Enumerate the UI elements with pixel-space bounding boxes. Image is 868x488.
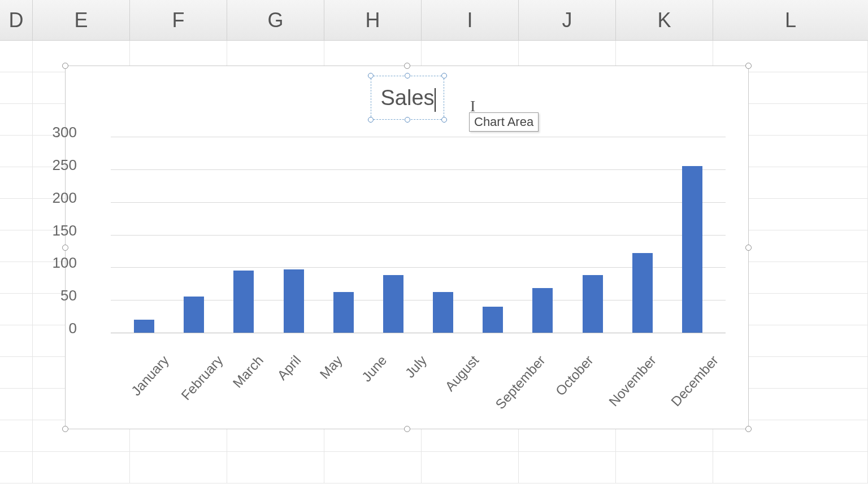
title-handle-icon[interactable] (368, 117, 374, 123)
x-tick-label: April (264, 336, 307, 352)
column-header-l[interactable]: L (713, 0, 868, 40)
y-tick-label: 150 (46, 221, 77, 239)
y-tick-label: 300 (46, 124, 77, 141)
resize-handle-icon[interactable] (745, 426, 752, 432)
bar[interactable] (269, 137, 319, 333)
resize-handle-icon[interactable] (62, 245, 68, 251)
resize-handle-icon[interactable] (745, 63, 752, 69)
column-headers: D E F G H I J K L (0, 0, 868, 41)
bar[interactable] (319, 137, 368, 333)
resize-handle-icon[interactable] (62, 63, 68, 69)
x-tick-label: November (592, 336, 655, 352)
resize-handle-icon[interactable] (404, 426, 410, 432)
x-tick-label: August (435, 336, 477, 352)
column-header-h[interactable]: H (324, 0, 422, 40)
column-header-i[interactable]: I (422, 0, 519, 40)
text-cursor-icon (435, 88, 436, 112)
title-handle-icon[interactable] (441, 117, 447, 123)
chart-object[interactable]: Sales I Chart Area 300 250 200 150 100 5… (65, 66, 749, 429)
x-tick-label: February (167, 336, 222, 352)
title-handle-icon[interactable] (405, 73, 410, 79)
x-axis[interactable]: JanuaryFebruaryMarchAprilMayJuneJulyAugu… (111, 336, 726, 352)
chart-title-text[interactable]: Sales (380, 86, 434, 110)
column-header-g[interactable]: G (227, 0, 324, 40)
bar[interactable] (169, 137, 219, 333)
title-handle-icon[interactable] (441, 73, 447, 79)
bar[interactable] (368, 137, 418, 333)
x-tick-label: October (544, 336, 592, 352)
bar[interactable] (119, 137, 169, 333)
column-header-k[interactable]: K (616, 0, 713, 40)
plot-area[interactable] (111, 137, 726, 333)
x-tick-label: January (119, 336, 167, 352)
y-tick-label: 100 (46, 254, 77, 272)
bar[interactable] (618, 137, 667, 333)
bar[interactable] (418, 137, 468, 333)
chart-area-tooltip: Chart Area (469, 112, 539, 132)
bar[interactable] (219, 137, 268, 333)
x-tick-label: September (478, 336, 544, 352)
x-tick-label: June (350, 336, 392, 352)
x-tick-label: May (307, 336, 349, 352)
column-header-d[interactable]: D (0, 0, 33, 40)
column-header-e[interactable]: E (33, 0, 130, 40)
y-tick-label: 50 (46, 287, 77, 304)
resize-handle-icon[interactable] (745, 245, 752, 251)
bar[interactable] (568, 137, 618, 333)
y-tick-label: 0 (46, 320, 77, 337)
resize-handle-icon[interactable] (404, 63, 410, 69)
x-tick-label: December (654, 336, 717, 352)
gridline (111, 333, 726, 333)
resize-handle-icon[interactable] (62, 426, 68, 432)
title-handle-icon[interactable] (405, 117, 410, 123)
y-tick-label: 200 (46, 189, 77, 206)
chart-title-editor[interactable]: Sales (371, 76, 444, 120)
title-handle-icon[interactable] (368, 73, 374, 79)
bars-series[interactable] (111, 137, 726, 333)
x-tick-label: March (222, 336, 264, 352)
column-header-f[interactable]: F (130, 0, 227, 40)
bar[interactable] (518, 137, 567, 333)
y-tick-label: 250 (46, 156, 77, 173)
bar[interactable] (667, 137, 717, 333)
x-tick-label: July (392, 336, 435, 352)
bar[interactable] (468, 137, 518, 333)
column-header-j[interactable]: J (519, 0, 616, 40)
